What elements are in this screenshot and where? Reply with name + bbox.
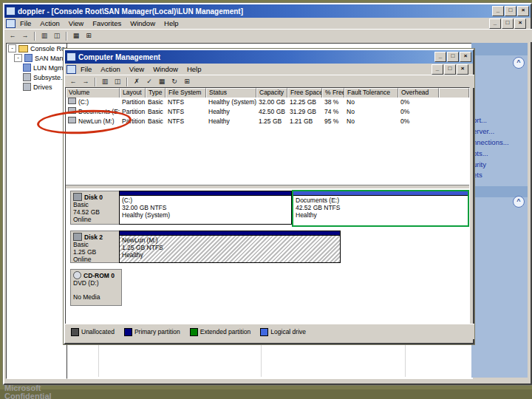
partition-c-drive[interactable]: (C:) 32.00 GB NTFS Healthy (System) <box>119 191 292 225</box>
cell: NTFS <box>166 117 206 126</box>
cm-menu-view[interactable]: View <box>125 64 149 74</box>
tree-item-console-root[interactable]: - Console Root <box>7 44 67 53</box>
tree-item-drives[interactable]: Drives <box>7 82 67 92</box>
console-maximize-button[interactable]: □ <box>505 6 516 16</box>
table-row[interactable]: (C:) Partition Basic NTFS Healthy (Syste… <box>66 98 469 107</box>
cm-menu-window[interactable]: Window <box>149 64 183 74</box>
cm-delete-button[interactable]: ✗ <box>131 77 143 87</box>
cm-child-close-button[interactable]: × <box>457 64 468 75</box>
cdrom-0-header[interactable]: CD-ROM 0 DVD (D:) No Media <box>70 269 122 306</box>
pane-splitter[interactable] <box>66 185 469 189</box>
cell: 42.50 GB <box>256 107 287 117</box>
cell: 32.00 GB <box>256 98 287 107</box>
cell: 74 % <box>322 107 344 117</box>
task-pane-header-band <box>471 43 528 55</box>
cm-back-button[interactable]: ← <box>67 77 79 87</box>
disk-legend: Unallocated Primary partition Extended p… <box>65 324 474 339</box>
cm-list-view-button[interactable]: ▦ <box>156 77 168 87</box>
menu-action[interactable]: Action <box>35 18 64 28</box>
cell: 0% <box>398 117 439 126</box>
tree-label: Subsyste... <box>33 74 66 81</box>
menu-view[interactable]: View <box>64 18 88 28</box>
back-button[interactable]: ← <box>7 31 18 41</box>
cm-titlebar[interactable]: Computer Management _ □ × <box>65 50 473 64</box>
cm-show-tree-button[interactable]: ▥ <box>99 77 111 87</box>
cm-child-restore-button[interactable]: □ <box>444 64 456 75</box>
menu-file[interactable]: File <box>16 18 35 28</box>
disk-icon <box>73 233 82 241</box>
console-close-button[interactable]: × <box>517 6 529 16</box>
task-link[interactable]: erver... <box>473 127 494 135</box>
cm-forward-button[interactable]: → <box>80 77 92 87</box>
menu-help[interactable]: Help <box>160 18 183 28</box>
cell: Partition <box>120 98 146 107</box>
console-toolbar: ← → ▥ ◫ ▦ ⊞ <box>4 29 532 42</box>
forward-button[interactable]: → <box>19 31 31 41</box>
cm-close-button[interactable]: × <box>460 52 471 62</box>
task-link[interactable]: pts... <box>473 149 488 157</box>
cm-two-pane-button[interactable]: ◫ <box>112 77 123 87</box>
desktop: doppler - [Console Root\SAN Manager(Loca… <box>0 0 532 399</box>
cm-menubar: File Action View Window Help _ □ × <box>65 64 470 75</box>
footer-text: Confidential <box>4 392 52 399</box>
subsystems-icon <box>23 73 31 81</box>
legend-item-primary-partition: Primary partition <box>124 328 180 336</box>
partition-size: 42.52 GB NTFS <box>296 204 466 211</box>
cell: 1.21 GB <box>287 117 322 126</box>
tree-item-lun-mgmt[interactable]: LUN Mgmt <box>7 63 67 72</box>
computer-management-window: Computer Management _ □ × File Action Vi… <box>64 49 474 344</box>
cm-menu-help[interactable]: Help <box>183 64 206 74</box>
cm-toolbar: ← → ▥ ◫ ✗ ✓ ▦ ↻ ⊞ <box>65 75 474 88</box>
cell: NTFS <box>166 107 206 117</box>
child-close-button[interactable]: × <box>514 18 526 29</box>
cell <box>439 98 469 107</box>
cm-refresh-button[interactable]: ↻ <box>168 77 180 87</box>
cell: NTFS <box>166 98 206 107</box>
disk-0-header[interactable]: Disk 0 Basic 74.52 GB Online <box>70 191 122 225</box>
tree-item-subsystems[interactable]: Subsyste... <box>7 72 67 82</box>
legend-item-extended-partition: Extended partition <box>190 328 251 336</box>
cm-child-minimize-button[interactable]: _ <box>432 64 443 75</box>
toolbar-separator <box>126 78 128 86</box>
menu-window[interactable]: Window <box>126 18 160 28</box>
cm-check-button[interactable]: ✓ <box>143 77 155 87</box>
toolbar-separator <box>95 78 96 86</box>
two-pane-button[interactable]: ◫ <box>51 31 63 41</box>
cm-maximize-button[interactable]: □ <box>447 52 459 62</box>
cell: 38 % <box>322 98 344 107</box>
cm-menu-file[interactable]: File <box>76 64 96 74</box>
collapse-chevron-icon[interactable]: ^ <box>513 196 525 208</box>
logical-drive-swatch-icon <box>260 328 268 336</box>
child-restore-button[interactable]: □ <box>502 18 514 29</box>
tree-item-san-manager[interactable]: - SAN Manager <box>7 53 67 63</box>
collapse-icon[interactable]: - <box>14 54 22 62</box>
cm-properties-button[interactable]: ⊞ <box>181 77 193 87</box>
tree-label: Drives <box>33 83 52 91</box>
task-link[interactable]: nnections... <box>473 138 509 146</box>
partition-label: NewLun (M:) <box>122 236 338 244</box>
help-button[interactable]: ⊞ <box>83 31 95 41</box>
collapse-icon[interactable]: - <box>8 44 16 52</box>
cm-minimize-button[interactable]: _ <box>434 52 446 62</box>
folder-icon <box>18 45 28 52</box>
tree-label: Console Root <box>30 45 67 52</box>
console-minimize-button[interactable]: _ <box>492 6 504 16</box>
task-link[interactable]: urity <box>473 160 486 168</box>
collapse-chevron-icon[interactable]: ^ <box>513 57 525 69</box>
child-minimize-button[interactable]: _ <box>489 18 501 29</box>
legend-item-unallocated: Unallocated <box>71 328 115 336</box>
show-tree-button[interactable]: ▥ <box>38 31 50 41</box>
console-child-system-icon[interactable] <box>6 19 16 28</box>
partition-newlun-m-drive[interactable]: NewLun (M:) 1.25 GB NTFS Healthy <box>119 231 341 263</box>
computer-management-icon <box>66 52 76 61</box>
console-titlebar[interactable]: doppler - [Console Root\SAN Manager(Loca… <box>4 4 531 18</box>
task-link[interactable]: ort... <box>473 116 487 124</box>
cm-menu-action[interactable]: Action <box>96 64 124 74</box>
partition-status: Healthy (System) <box>122 211 289 219</box>
lun-management-icon <box>23 64 31 72</box>
cm-child-system-icon[interactable] <box>66 65 76 74</box>
disk-2-header[interactable]: Disk 2 Basic 1.25 GB Online <box>70 231 122 263</box>
export-list-button[interactable]: ▦ <box>70 31 82 41</box>
menu-favorites[interactable]: Favorites <box>88 18 126 28</box>
partition-documents-e-drive[interactable]: Documents (E:) 42.52 GB NTFS Healthy <box>292 190 469 227</box>
